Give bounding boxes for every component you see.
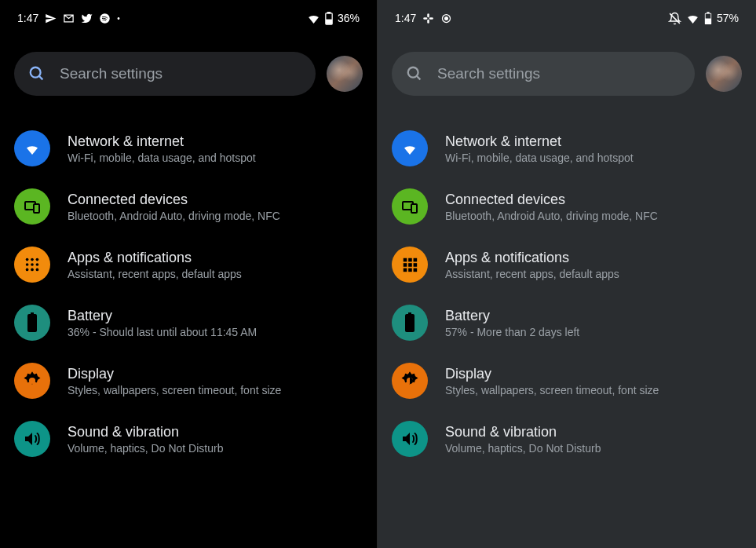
settings-item-battery[interactable]: Battery36% - Should last until about 11:… [0,294,377,352]
search-placeholder: Search settings [437,65,540,82]
settings-screen-left: 1:47 • 36% Search settings Network & int… [0,0,378,548]
item-title: Connected devices [68,192,280,208]
search-settings-input[interactable]: Search settings [14,52,316,96]
apps-circle-icon [14,247,50,283]
item-sub: Assistant, recent apps, default apps [445,268,619,280]
settings-item-display[interactable]: DisplayStyles, wallpapers, screen timeou… [378,352,756,410]
svg-point-30 [408,68,418,78]
sound-circle-icon [14,421,50,457]
svg-rect-42 [414,269,418,272]
settings-item-network[interactable]: Network & internetWi-Fi, mobile, data us… [378,119,756,177]
svg-rect-18 [27,314,37,332]
svg-rect-37 [404,263,407,267]
svg-rect-36 [414,258,418,262]
svg-point-9 [31,258,34,261]
svg-rect-23 [429,17,433,20]
item-sub: Bluetooth, Android Auto, driving mode, N… [445,210,658,222]
svg-point-10 [36,258,39,261]
svg-line-31 [417,76,421,80]
item-title: Sound & vibration [445,424,601,440]
item-sub: 57% - More than 2 days left [445,326,579,338]
wifi-icon [686,12,699,25]
apps-circle-icon [392,247,428,283]
svg-point-11 [26,263,29,266]
item-title: Display [445,366,659,382]
settings-item-sound[interactable]: Sound & vibrationVolume, haptics, Do Not… [0,410,377,468]
search-settings-input[interactable]: Search settings [392,52,695,96]
status-bar: 1:47 57% [378,6,756,30]
svg-rect-34 [404,258,407,262]
spotify-icon [99,13,111,24]
wifi-circle-icon [14,130,50,166]
settings-item-battery[interactable]: Battery57% - More than 2 days left [378,294,756,352]
search-row: Search settings [378,30,756,113]
item-sub: Wi-Fi, mobile, data usage, and hotspot [445,152,634,164]
svg-rect-22 [428,19,430,23]
battery-outline-icon [325,12,333,25]
svg-rect-44 [405,314,415,332]
item-sub: Volume, haptics, Do Not Disturb [68,442,223,455]
settings-item-apps[interactable]: Apps & notificationsAssistant, recent ap… [378,236,756,294]
svg-rect-41 [408,269,412,272]
item-sub: Volume, haptics, Do Not Disturb [445,442,601,455]
settings-item-connected-devices[interactable]: Connected devicesBluetooth, Android Auto… [0,177,377,236]
settings-list: Network & internetWi-Fi, mobile, data us… [0,113,377,474]
svg-point-25 [445,16,448,20]
item-title: Connected devices [445,192,658,208]
battery-icon [704,12,712,25]
item-sub: Assistant, recent apps, default apps [68,268,242,280]
svg-rect-29 [706,13,711,18]
item-title: Sound & vibration [68,424,223,440]
item-title: Network & internet [68,133,256,150]
profile-avatar[interactable] [327,56,363,92]
svg-point-8 [26,258,29,261]
settings-screen-right: 1:47 57% Search settings Network & inter… [378,0,756,548]
more-icon: • [117,14,120,23]
svg-rect-39 [414,263,418,267]
dnd-off-icon [668,12,681,25]
devices-circle-icon [392,188,428,225]
item-sub: Bluetooth, Android Auto, driving mode, N… [68,210,280,222]
wifi-circle-icon [392,130,428,166]
battery-circle-icon [14,305,50,341]
svg-point-14 [26,269,29,272]
item-sub: Wi-Fi, mobile, data usage, and hotspot [68,152,256,164]
svg-point-12 [31,263,34,266]
svg-rect-33 [411,204,417,213]
svg-rect-20 [428,13,430,17]
profile-avatar[interactable] [706,56,742,92]
item-title: Apps & notifications [445,250,619,266]
sound-circle-icon [392,421,428,457]
settings-item-sound[interactable]: Sound & vibrationVolume, haptics, Do Not… [378,410,756,468]
target-icon [440,13,452,24]
svg-rect-2 [327,12,330,13]
settings-item-connected-devices[interactable]: Connected devicesBluetooth, Android Auto… [378,177,756,236]
svg-rect-21 [424,17,428,20]
slack-icon [422,13,434,24]
settings-item-network[interactable]: Network & internetWi-Fi, mobile, data us… [0,119,377,177]
svg-point-4 [31,68,41,78]
svg-point-19 [29,378,35,384]
status-time: 1:47 [395,12,416,24]
svg-line-5 [39,76,43,80]
search-icon [406,65,423,82]
settings-item-display[interactable]: DisplayStyles, wallpapers, screen timeou… [0,352,377,410]
battery-circle-icon [392,305,428,341]
svg-point-13 [36,263,39,266]
battery-percent: 57% [717,12,739,24]
svg-rect-38 [408,263,412,267]
item-sub: 36% - Should last until about 11:45 AM [68,326,257,338]
item-title: Network & internet [445,133,634,150]
display-circle-icon [14,363,50,399]
twitter-icon [81,13,93,24]
item-sub: Styles, wallpapers, screen timeout, font… [445,384,659,396]
devices-circle-icon [14,188,50,225]
search-row: Search settings [0,30,377,113]
item-title: Battery [68,308,257,324]
wifi-icon [307,12,320,25]
telegram-icon [45,13,57,24]
svg-rect-3 [327,20,332,24]
item-sub: Styles, wallpapers, screen timeout, font… [68,384,281,396]
settings-item-apps[interactable]: Apps & notificationsAssistant, recent ap… [0,236,377,294]
search-icon [28,65,46,82]
